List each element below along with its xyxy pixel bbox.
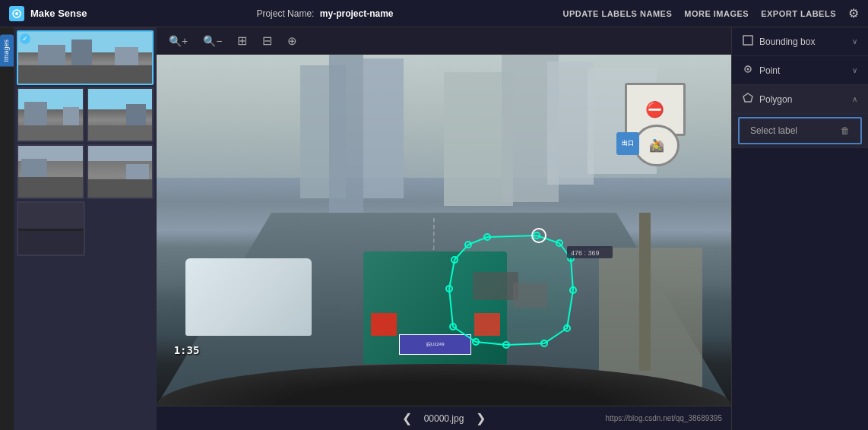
point-left: Point xyxy=(743,64,780,77)
check-icon-1: ✓ xyxy=(20,33,30,44)
thumbnail-4[interactable] xyxy=(17,144,84,199)
delete-icon[interactable]: 🗑 xyxy=(841,125,850,136)
svg-point-21 xyxy=(747,68,749,71)
header: Make Sense Project Name: my-project-name… xyxy=(0,0,868,27)
select-label-row[interactable]: Select label 🗑 xyxy=(738,117,862,144)
svg-marker-22 xyxy=(743,93,752,102)
bounding-box-chevron: ∨ xyxy=(852,37,857,46)
project-name-label: Project Name: my-project-name xyxy=(256,8,393,19)
svg-rect-19 xyxy=(743,36,752,45)
next-btn[interactable]: ❯ xyxy=(464,411,498,425)
point-label: Point xyxy=(759,65,780,76)
select-label-text: Select label xyxy=(750,125,797,136)
thumb-img-2 xyxy=(18,89,83,141)
export-labels-btn[interactable]: EXPORT LABELS xyxy=(761,9,836,18)
zoom-reset-btn[interactable]: ⊟ xyxy=(259,30,275,51)
polygon-subpanel: Select label 🗑 xyxy=(732,114,868,148)
thumb-img-1 xyxy=(18,32,152,84)
canvas-mid: 🔍+ 🔍− ⊞ ⊟ ⊕ xyxy=(157,27,731,430)
polygon-left: Polygon xyxy=(743,93,792,106)
polygon-chevron: ∧ xyxy=(852,95,857,103)
prev-btn[interactable]: ❮ xyxy=(390,411,424,425)
zoom-in-btn[interactable]: 🔍+ xyxy=(166,32,191,50)
thumbnail-3[interactable] xyxy=(87,87,154,142)
zoom-fit-btn[interactable]: ⊞ xyxy=(234,30,250,51)
cursor-btn[interactable]: ⊕ xyxy=(284,31,300,51)
app-title: Make Sense xyxy=(30,8,87,19)
car-subject: 皖U2249 xyxy=(363,251,507,364)
zoom-out-btn[interactable]: 🔍− xyxy=(200,32,225,50)
thumb-img-5 xyxy=(88,146,153,198)
bounding-box-label: Bounding box xyxy=(759,36,815,47)
github-icon[interactable]: ⚙ xyxy=(848,6,859,21)
scene-background: ⛔ 🚵 皖U2249 xyxy=(157,55,731,406)
update-labels-btn[interactable]: UPDATE LABELS NAMES xyxy=(562,9,672,18)
right-panel: Bounding box ∨ Point ∨ xyxy=(731,27,868,430)
thumbnail-2[interactable] xyxy=(17,87,84,142)
point-icon xyxy=(743,64,753,77)
bounding-box-left: Bounding box xyxy=(743,35,815,48)
thumbnail-5[interactable] xyxy=(87,144,154,199)
thumb-img-6 xyxy=(18,203,84,255)
thumbnails-panel: ✓ xyxy=(14,27,157,430)
polygon-label: Polygon xyxy=(759,94,792,105)
images-sidebar: Images xyxy=(0,27,14,430)
bounding-box-tool[interactable]: Bounding box ∨ xyxy=(732,27,868,56)
bounding-box-icon xyxy=(743,35,753,48)
thumb-img-3 xyxy=(88,89,153,141)
project-name-value: my-project-name xyxy=(320,8,394,19)
images-tab[interactable]: Images xyxy=(0,35,14,67)
watermark: https://blog.csdn.net/qq_38689395 xyxy=(606,414,722,422)
thumbnail-1[interactable]: ✓ xyxy=(17,30,154,85)
svg-point-1 xyxy=(15,12,18,15)
bottom-nav: ❮ 00000.jpg ❯ https://blog.csdn.net/qq_3… xyxy=(157,406,731,430)
more-images-btn[interactable]: MORE IMAGES xyxy=(684,9,749,18)
header-left: Make Sense xyxy=(9,6,87,21)
polygon-icon xyxy=(743,93,753,106)
main-area: Images ✓ xyxy=(0,27,868,430)
canvas-area[interactable]: ⛔ 🚵 皖U2249 xyxy=(157,55,731,406)
thumbnail-6[interactable] xyxy=(17,201,85,256)
logo-icon xyxy=(9,6,24,21)
polygon-tool[interactable]: Polygon ∧ xyxy=(732,85,868,114)
thumb-img-4 xyxy=(18,146,83,198)
point-chevron: ∨ xyxy=(852,66,857,74)
toolbar: 🔍+ 🔍− ⊞ ⊟ ⊕ xyxy=(157,27,731,55)
header-right: UPDATE LABELS NAMES MORE IMAGES EXPORT L… xyxy=(562,6,859,21)
filename-label: 00000.jpg xyxy=(424,413,464,424)
point-tool[interactable]: Point ∨ xyxy=(732,56,868,85)
